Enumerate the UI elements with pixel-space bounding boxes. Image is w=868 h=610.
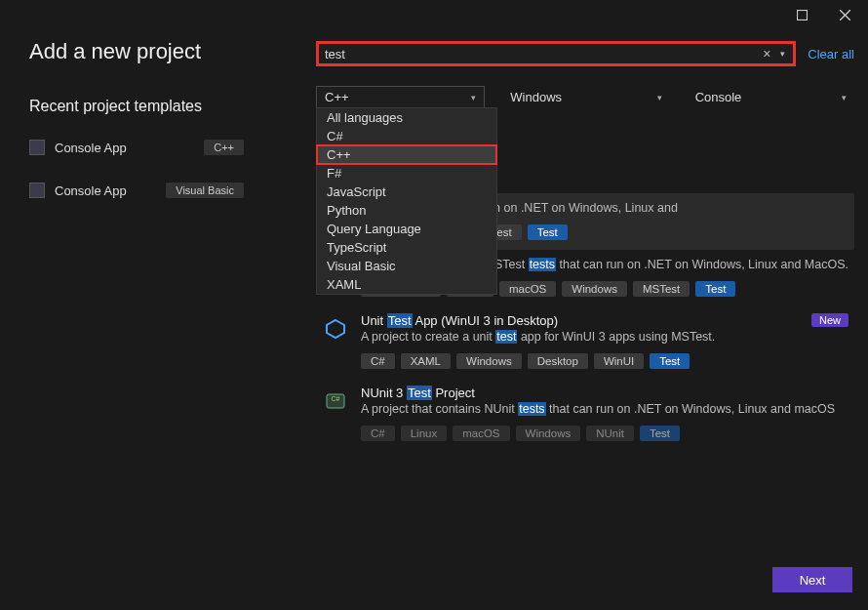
platform-combo[interactable]: Windows ▾ [502, 86, 669, 108]
chevron-down-icon[interactable]: ▾ [776, 49, 789, 59]
clear-search-icon[interactable]: × [757, 46, 776, 61]
titlebar [0, 0, 868, 29]
projecttype-combo[interactable]: Console ▾ [688, 86, 854, 108]
tag: Desktop [528, 353, 588, 369]
search-box[interactable]: × ▾ [316, 41, 796, 66]
template-title: NUnit 3 Test Project [361, 386, 848, 400]
chevron-down-icon: ▾ [471, 93, 476, 102]
template-result[interactable]: C# NUnit 3 Test Project A project that c… [316, 379, 854, 451]
tag: Windows [456, 353, 522, 369]
dropdown-item[interactable]: F# [317, 164, 496, 183]
dropdown-item[interactable]: C# [317, 127, 496, 145]
tag: macOS [499, 281, 556, 297]
dropdown-item[interactable]: TypeScript [317, 238, 496, 257]
filter-row: C++ ▾ Windows ▾ Console ▾ [316, 86, 854, 108]
template-desc: A project to create a unit test app for … [361, 329, 848, 346]
tag: WinUI [594, 353, 644, 369]
tag: MSTest [633, 281, 690, 297]
search-input[interactable] [325, 47, 757, 61]
tag: Test [528, 224, 568, 240]
tag: XAML [401, 353, 451, 369]
console-icon [29, 183, 45, 198]
projecttype-combo-value: Console [695, 90, 742, 104]
chevron-down-icon: ▾ [657, 93, 662, 102]
sidebar: Recent project templates Console App C++… [0, 98, 244, 205]
square-icon [797, 10, 808, 20]
close-button[interactable] [823, 1, 866, 28]
maximize-button[interactable] [780, 1, 823, 28]
platform-combo-value: Windows [510, 90, 562, 104]
recent-heading: Recent project templates [29, 98, 244, 115]
tag: Windows [516, 426, 581, 441]
tag-row: C# Linux macOS Windows NUnit Test [361, 426, 848, 441]
tag-row: C# XAML Windows Desktop WinUI Test [361, 353, 848, 369]
search-row: × ▾ Clear all [316, 41, 854, 66]
tag: C# [361, 426, 395, 441]
tag: NUnit [586, 426, 634, 441]
new-badge: New [811, 313, 848, 327]
dropdown-item[interactable]: All languages [317, 108, 496, 127]
recent-item-name: Console App [55, 183, 156, 198]
tag: macOS [453, 426, 509, 441]
tag: Windows [562, 281, 627, 297]
winui-icon [322, 315, 349, 343]
language-combo-value: C++ [325, 90, 349, 104]
chevron-down-icon: ▾ [842, 93, 847, 102]
close-icon [840, 10, 850, 20]
clear-all-link[interactable]: Clear all [808, 47, 854, 61]
lang-badge: C++ [204, 140, 244, 155]
tag: Test [640, 426, 680, 441]
template-title: Unit Test App (WinUI 3 in Desktop) [361, 313, 848, 328]
recent-item[interactable]: Console App Visual Basic [29, 176, 244, 205]
dropdown-item[interactable]: Query Language [317, 220, 496, 238]
next-button[interactable]: Next [772, 567, 852, 592]
console-icon [29, 140, 45, 155]
language-dropdown: All languages C# C++ F# JavaScript Pytho… [316, 107, 497, 295]
tag: Test [695, 281, 735, 297]
tag: Test [650, 353, 690, 369]
recent-item-name: Console App [55, 141, 194, 155]
dropdown-item[interactable]: XAML [317, 275, 496, 294]
dropdown-item-selected[interactable]: C++ [317, 145, 496, 164]
svg-rect-0 [797, 10, 807, 20]
dropdown-item[interactable]: JavaScript [317, 183, 496, 201]
tag: C# [361, 353, 395, 369]
dropdown-item[interactable]: Visual Basic [317, 257, 496, 275]
tag: Linux [401, 426, 448, 441]
language-combo[interactable]: C++ ▾ [316, 86, 485, 108]
recent-list: Console App C++ Console App Visual Basic [29, 133, 244, 205]
dropdown-item[interactable]: Python [317, 201, 496, 220]
nunit-icon: C# [322, 387, 349, 415]
template-desc: A project that contains NUnit tests that… [361, 401, 848, 418]
template-result[interactable]: New Unit Test App (WinUI 3 in Desktop) A… [316, 306, 854, 379]
svg-text:C#: C# [332, 395, 340, 402]
lang-badge: Visual Basic [166, 183, 244, 198]
svg-marker-4 [327, 320, 344, 338]
recent-item[interactable]: Console App C++ [29, 133, 244, 162]
